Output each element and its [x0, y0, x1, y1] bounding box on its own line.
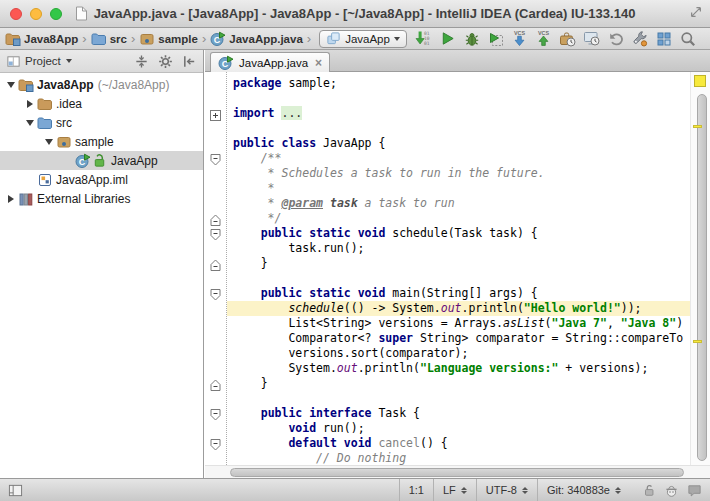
editor-tab-bar: C JavaApp.java × — [205, 50, 710, 72]
tree-item-external-libraries[interactable]: External Libraries — [0, 189, 203, 208]
hide-panel-icon[interactable] — [182, 54, 197, 69]
hector-icon[interactable] — [664, 483, 679, 498]
vertical-scrollbar-thumb[interactable] — [697, 94, 707, 461]
code-line[interactable]: /** — [205, 151, 690, 166]
caret-position-widget[interactable]: 1:1 — [399, 479, 433, 501]
fullscreen-resize-icon[interactable] — [689, 5, 703, 23]
fold-down-icon[interactable] — [210, 227, 221, 239]
breadcrumb-item-java8app[interactable]: Java8App — [4, 31, 79, 47]
code-line[interactable]: versions.sort(comparator); — [205, 346, 690, 361]
gear-icon[interactable] — [158, 54, 173, 69]
project-view-selector[interactable]: Project — [25, 55, 61, 67]
code-line[interactable]: task.run(); — [205, 241, 690, 256]
expander-down-icon[interactable] — [24, 120, 35, 126]
code-line[interactable]: } — [205, 376, 690, 391]
inspection-status-indicator[interactable] — [694, 75, 706, 87]
code-line[interactable]: schedule(() -> System.out.println("Hello… — [205, 301, 690, 316]
debug-button[interactable] — [460, 29, 484, 49]
make-icon: 011001 — [415, 30, 432, 47]
code-line[interactable]: Comparator<? super String> comparator = … — [205, 331, 690, 346]
recent-changes-button[interactable] — [580, 29, 604, 49]
run-with-coverage-button[interactable] — [484, 29, 508, 49]
code-line[interactable] — [205, 91, 690, 106]
vcs-revision-widget[interactable]: Git: 340883e — [537, 479, 630, 501]
vcs-revision-value: Git: 340883e — [547, 484, 610, 496]
code-line[interactable]: List<String> versions = Arrays.asList("J… — [205, 316, 690, 331]
unlock-icon[interactable] — [642, 483, 656, 497]
code-line[interactable]: * Schedules a task to run in the future. — [205, 166, 690, 181]
vcs-update-button[interactable]: VCS — [508, 29, 532, 49]
settings-button[interactable] — [628, 29, 652, 49]
tree-item-sample[interactable]: sample — [0, 132, 203, 151]
expander-down-icon[interactable] — [5, 82, 16, 88]
fold-down-icon[interactable] — [210, 407, 221, 419]
search-everywhere-button[interactable] — [676, 29, 700, 49]
fold-up-icon[interactable] — [210, 212, 221, 224]
fold-down-icon[interactable] — [210, 437, 221, 449]
fold-down-icon[interactable] — [210, 287, 221, 299]
code-line[interactable]: // Do nothing — [205, 451, 690, 466]
undo-button[interactable] — [604, 29, 628, 49]
fold-down-icon[interactable] — [210, 152, 221, 164]
minimize-window-button[interactable] — [30, 8, 42, 20]
code-line[interactable]: } — [205, 256, 690, 271]
tree-item-src[interactable]: src — [0, 113, 203, 132]
close-tab-icon[interactable]: × — [315, 57, 322, 69]
tree-item-javaapp[interactable]: CJavaApp — [0, 151, 203, 170]
code-line[interactable] — [205, 391, 690, 406]
tree-item-java8app-iml[interactable]: Java8App.iml — [0, 170, 203, 189]
toggle-toolwindows-icon[interactable] — [8, 483, 23, 498]
expander-right-icon[interactable] — [24, 100, 35, 108]
expander-right-icon[interactable] — [5, 195, 16, 203]
breadcrumb-separator: › — [202, 31, 206, 46]
fold-up-icon[interactable] — [210, 377, 221, 389]
project-tool-window: Project Java8App(~/Java8App).ideasrcsamp… — [0, 50, 204, 478]
line-separator-widget[interactable]: LF — [433, 479, 476, 501]
fold-plus-icon[interactable] — [210, 107, 221, 119]
code-line[interactable]: public static void schedule(Task task) { — [205, 226, 690, 241]
message-bubble-icon[interactable] — [687, 483, 702, 498]
code-line[interactable]: * — [205, 181, 690, 196]
code-line[interactable] — [205, 121, 690, 136]
horizontal-scrollbar[interactable] — [205, 465, 710, 478]
code-line[interactable]: void run(); — [205, 421, 690, 436]
code-line[interactable]: package sample; — [205, 76, 690, 91]
breadcrumb-item-sample[interactable]: sample — [138, 31, 199, 47]
fold-up-icon[interactable] — [210, 257, 221, 269]
tree-item-path: (~/Java8App) — [98, 78, 170, 92]
code-line[interactable]: * @param task a task to run — [205, 196, 690, 211]
run-configuration-select[interactable]: JavaApp — [319, 30, 407, 48]
editor-tab-javaapp[interactable]: C JavaApp.java × — [210, 52, 330, 72]
collapse-all-icon[interactable] — [134, 54, 149, 69]
zoom-window-button[interactable] — [50, 8, 62, 20]
close-window-button[interactable] — [10, 8, 22, 20]
show-changes-button[interactable] — [556, 29, 580, 49]
horizontal-scrollbar-thumb[interactable] — [230, 468, 684, 477]
tree-item-java8app[interactable]: Java8App(~/Java8App) — [0, 75, 203, 94]
vcs-update-icon: VCS — [511, 30, 528, 47]
breadcrumb-item-src[interactable]: src — [90, 31, 128, 47]
code-line[interactable]: */ — [205, 211, 690, 226]
code-line[interactable]: System.out.println("Language versions:" … — [205, 361, 690, 376]
code-editor[interactable]: package sample;import ...public class Ja… — [205, 72, 710, 478]
make-project-button[interactable]: 011001 — [412, 29, 436, 49]
encoding-value: UTF-8 — [486, 484, 517, 496]
code-line[interactable]: public class JavaApp { — [205, 136, 690, 151]
code-line[interactable] — [205, 271, 690, 286]
code-line[interactable]: public static void main(String[] args) { — [205, 286, 690, 301]
expander-down-icon[interactable] — [43, 139, 54, 145]
encoding-widget[interactable]: UTF-8 — [476, 479, 537, 501]
code-line[interactable]: public interface Task { — [205, 406, 690, 421]
tree-item-idea[interactable]: .idea — [0, 94, 203, 113]
project-structure-button[interactable] — [652, 29, 676, 49]
chevron-down-icon[interactable] — [66, 59, 72, 63]
tree-item-label: JavaApp — [111, 154, 158, 168]
vcs-commit-button[interactable]: VCS — [532, 29, 556, 49]
code-line[interactable]: default void cancel() { — [205, 436, 690, 451]
vertical-scrollbar[interactable] — [690, 72, 710, 465]
breadcrumb-label: Java8App — [24, 33, 78, 45]
code-line[interactable]: import ... — [205, 106, 690, 121]
breadcrumb-item-javaapp-java[interactable]: CJavaApp.java — [209, 31, 304, 47]
window-controls — [10, 8, 62, 20]
run-button[interactable] — [436, 29, 460, 49]
